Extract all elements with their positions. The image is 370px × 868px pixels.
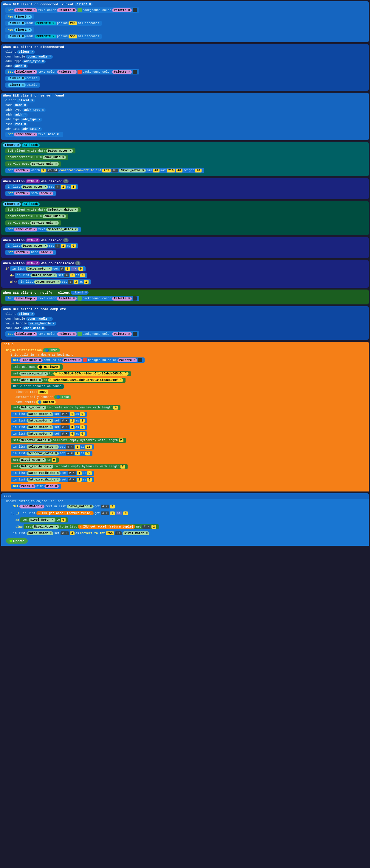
palette-pill-2[interactable]: Palette × (112, 8, 132, 12)
setup-palette-pill[interactable]: Palette × (62, 358, 82, 362)
disc-addr-type-pill[interactable]: addr_type × (22, 60, 46, 63)
setup-labelname-pill[interactable]: labelName × (19, 358, 42, 362)
btnb-double-action-pill[interactable]: □ (75, 261, 81, 265)
disc-addr-pill[interactable]: addr × (13, 64, 28, 68)
datos-motor-2-1-pill[interactable]: Datos_motor × (27, 419, 53, 423)
selector-datos-text-pill[interactable]: Selector_datos × (46, 227, 78, 231)
datos-motor-var-pill[interactable]: Datos_motor × (19, 406, 46, 410)
btnb-double-pill[interactable]: BtnB × (26, 261, 40, 265)
timer1-deinit-pill[interactable]: timer1 × (8, 83, 26, 87)
disc-client-pill[interactable]: client × (17, 50, 35, 54)
selector-2-8-pill[interactable]: Selector_datos × (27, 452, 59, 456)
datos-motor-convert-pill[interactable]: Datos_motor × (27, 531, 53, 535)
recibidos-1-0-pill[interactable]: Datos_recibidos × (27, 471, 60, 475)
setup-palette-pill-2[interactable]: Palette × (117, 358, 137, 362)
timer1-cb-pill[interactable]: timer1 × (3, 202, 21, 206)
sf-client-pill[interactable]: client × (17, 99, 35, 102)
update-button[interactable]: Update (6, 538, 28, 544)
update-btn-touch-row: Update button,touch,etc. in loop (4, 500, 366, 503)
label-motor-pill[interactable]: labelMotor × (19, 505, 45, 508)
idx-1-s: 1 (75, 445, 80, 449)
recibidos-2-0-pill[interactable]: Datos_recibidos × (27, 478, 60, 482)
sf-rssi-pill[interactable]: rssi × (13, 122, 28, 126)
nivel-motor-var-pill[interactable]: Nivel_Motor × (19, 458, 46, 462)
sf-addr-type-pill[interactable]: addr_type × (22, 108, 46, 112)
disc-conn-pill[interactable]: conn_handle × (26, 55, 53, 59)
callback-pill-1[interactable]: callback (22, 143, 40, 147)
datos-motor-pill-btnb[interactable]: Datos_motor × (21, 244, 48, 248)
callback-pill-2[interactable]: callback (22, 202, 40, 206)
service-uuid-var-pill[interactable]: service_uuid × (19, 372, 48, 376)
datos-motor-do-pill[interactable]: Datos_motor × (30, 274, 57, 277)
datos-motor-else-pill[interactable]: Datos_motor × (34, 280, 61, 284)
imu-pill-if[interactable]: ⚠ IMU get accel (return tuple) (36, 511, 94, 515)
sf-adv-type-pill[interactable]: adv_type × (21, 118, 42, 122)
palette-pill-1[interactable]: Palette × (57, 8, 77, 12)
nivel-motor-conv-pill[interactable]: Nivel_Motor × (122, 531, 149, 535)
service-uuid-pill-1[interactable]: service_uuid × (30, 162, 59, 166)
rc-value-pill[interactable]: value_handle × (28, 322, 56, 326)
selector-datos-pill-1[interactable]: Selector_datos × (46, 208, 78, 212)
char-uuid-pill-2[interactable]: char_uuid × (42, 214, 66, 218)
nivel-motor-do-pill[interactable]: Nivel_Motor × (29, 518, 55, 522)
ble-name-pill[interactable]: ⬤ UIFlowM5 (37, 365, 60, 369)
nivel-motor-else-pill[interactable]: Nivel_Motor × (32, 525, 59, 529)
datos-motor-3-0-pill[interactable]: Datos_motor × (27, 425, 53, 429)
rc-char-pill[interactable]: char_data × (22, 327, 46, 330)
rc-palette-pill-2[interactable]: Palette × (112, 332, 132, 336)
disc-palette-pill[interactable]: Palette × (57, 70, 77, 74)
char-uuid-pill-1[interactable]: char_uuid × (42, 155, 66, 159)
rect0-show-pill[interactable]: rect0 × (14, 191, 30, 195)
char-uuid-var-pill[interactable]: char_uuid × (19, 378, 42, 382)
label-temp-rc-pill[interactable]: labelTemp × (14, 332, 37, 336)
sf-labelname-pill[interactable]: labelName × (14, 132, 37, 136)
datos-motor-4-0-pill[interactable]: Datos_motor × (27, 432, 53, 436)
notify-client-pill[interactable]: client × (70, 291, 89, 294)
rc-client-pill[interactable]: client × (17, 312, 35, 316)
sf-name-text-pill[interactable]: name × (46, 132, 60, 136)
sf-adv-data-pill[interactable]: adv_data × (21, 127, 42, 131)
timer0-deinit-pill[interactable]: timer0 × (8, 76, 26, 81)
datos-motor-if-pill[interactable]: Datos_motor × (26, 267, 53, 271)
datos-recibidos-var-pill[interactable]: Datos_recibidos × (19, 465, 53, 469)
btnb-pill[interactable]: BtnB × (26, 238, 40, 242)
timer0-pill-new[interactable]: timer0 × (14, 15, 32, 19)
ble-read-complete-title: When BLE client on read complete (3, 307, 66, 311)
sf-name-pill[interactable]: name × (13, 103, 28, 107)
service-uuid-pill-2[interactable]: service_uuid × (30, 221, 59, 225)
btna-clicked-pill[interactable]: □ (63, 179, 68, 183)
timer1-pill-mode[interactable]: timer1 × (8, 35, 26, 38)
rc-conn-pill[interactable]: conn_handle × (26, 317, 53, 321)
timer1-pill-new[interactable]: timer1 × (14, 28, 32, 32)
periodic-pill-2[interactable]: PERIODIC × (35, 35, 56, 38)
rect0-hide-pill[interactable]: rect0 × (14, 250, 30, 254)
selector-1-15-pill[interactable]: Selector_datos × (27, 445, 59, 449)
timer0-cb-pill[interactable]: timer0 × (3, 143, 21, 147)
disc-palette-pill-2[interactable]: Palette × (112, 70, 132, 74)
label-temp-notify-pill[interactable]: labelTemp × (14, 297, 37, 301)
nivel-motor-pill-1[interactable]: Nivel_Motor × (119, 168, 146, 173)
ble-connected-client-pill[interactable]: client × (75, 2, 93, 6)
notify-palette-pill[interactable]: Palette × (57, 297, 77, 301)
setup-hide-pill[interactable]: hide × (45, 484, 59, 488)
datos-motor-pill-1[interactable]: Datos_motor × (46, 149, 73, 153)
label-name-pill-1[interactable]: labelName × (14, 8, 37, 12)
notify-palette-pill-2[interactable]: Palette × (112, 297, 132, 301)
disc-labelname-pill[interactable]: labelName × (14, 70, 37, 74)
selector-datos-var-pill[interactable]: Selector_datos × (19, 438, 52, 442)
timer0-pill-mode[interactable]: timer0 × (8, 22, 26, 25)
btna-pill[interactable]: BtnA × (26, 179, 40, 183)
periodic-pill-1[interactable]: PERIODIC × (35, 22, 56, 25)
label-volt-pill[interactable]: labelVolt × (14, 227, 37, 231)
datos-motor-1-0-pill[interactable]: Datos_motor × (27, 412, 53, 416)
btnb-clicked-pill[interactable]: □ (63, 238, 68, 242)
rect0-pill[interactable]: rect0 × (14, 168, 30, 173)
sf-addr-pill[interactable]: addr × (13, 113, 28, 117)
show-pill[interactable]: show × (39, 191, 53, 195)
datos-motor-loop-pill[interactable]: Datos_motor × (67, 505, 94, 508)
rect0-setup-pill[interactable]: rect0 × (19, 484, 35, 488)
rc-palette-pill[interactable]: Palette × (57, 332, 77, 336)
hide-pill[interactable]: hide × (39, 250, 53, 254)
imu-pill-else[interactable]: ⚠ IMU get accel (return tuple) (78, 525, 135, 529)
datos-motor-pill-btna[interactable]: Datos_motor × (21, 185, 48, 189)
